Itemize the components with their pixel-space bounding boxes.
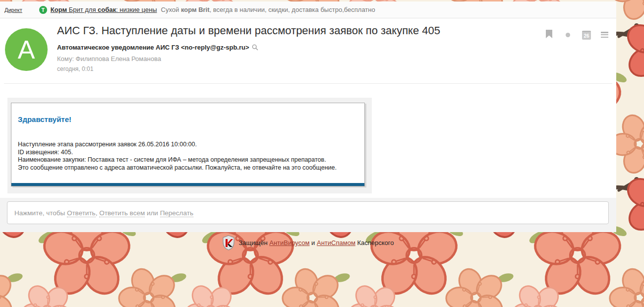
email-to-line[interactable]: Кому: Филиппова Елена Романова (57, 55, 161, 62)
quick-reply-text: Нажмите, чтобы Ответить, Ответить всем и… (14, 209, 193, 217)
direct-link[interactable]: Директ (4, 7, 22, 13)
message-line: Это сообщение отправлено с адреса автома… (18, 164, 337, 172)
ad-favicon-icon: T (39, 6, 47, 14)
message-greeting: Здравствуйте! (18, 115, 71, 123)
header-divider (4, 83, 612, 84)
email-view: A АИС ГЗ. Наступление даты и времени рас… (0, 18, 616, 198)
ad-link[interactable]: Корм Брит для собак: низкие цены (51, 6, 157, 13)
kaspersky-footer: Защищён АнтиВирусом и АнтиСпамом Касперс… (0, 235, 616, 250)
email-subject: АИС ГЗ. Наступление даты и времени рассм… (57, 24, 440, 37)
kaspersky-shield-icon (222, 235, 235, 250)
kaspersky-protection-text: Защищён АнтиВирусом и АнтиСпамом Касперс… (238, 239, 394, 246)
email-date: сегодня, 0:01 (57, 65, 93, 72)
message-accent-bar (11, 183, 364, 186)
message-panel: Здравствуйте! Наступление этапа рассмотр… (7, 98, 372, 193)
from-name-and-address[interactable]: Автоматическое уведомление АИС ГЗ <no-re… (57, 44, 249, 51)
message-line: ID извещения: 405. (18, 149, 337, 157)
message-line: Наступление этапа рассмотрения заявок 26… (18, 141, 337, 149)
email-from-line: Автоматическое уведомление АИС ГЗ <no-re… (57, 44, 258, 51)
search-sender-icon[interactable] (252, 44, 258, 51)
ad-description: Сухой корм Brit, всегда в наличии, скидк… (161, 6, 375, 13)
quick-reply-input[interactable]: Нажмите, чтобы Ответить, Ответить всем и… (7, 201, 609, 224)
menu-icon[interactable] (601, 32, 608, 38)
ad-bar: Директ T Корм Брит для собак: низкие цен… (0, 1, 616, 18)
bookmark-icon[interactable] (546, 30, 552, 38)
sender-avatar[interactable]: A (5, 28, 48, 71)
label-dot-icon[interactable] (566, 33, 570, 37)
mail-content-column: Директ T Корм Брит для собак: низкие цен… (0, 1, 616, 232)
message-line: Наименование закупки: Поставка тест - си… (18, 156, 337, 164)
message-text: Наступление этапа рассмотрения заявок 26… (18, 141, 337, 172)
reply-strip: Нажмите, чтобы Ответить, Ответить всем и… (0, 198, 616, 232)
message-box: Здравствуйте! Наступление этапа рассмотр… (11, 103, 365, 186)
calendar-icon[interactable]: 26 (582, 31, 591, 40)
